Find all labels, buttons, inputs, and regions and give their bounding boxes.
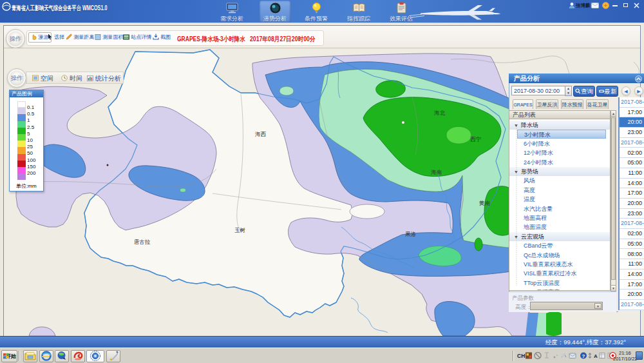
svg-text:黄南: 黄南: [478, 200, 491, 206]
svg-text:唐古拉: 唐古拉: [134, 239, 151, 245]
svg-text:?: ?: [582, 353, 585, 359]
svg-text:海北: 海北: [434, 110, 446, 116]
svg-text:A: A: [594, 353, 598, 359]
svg-text:西宁: 西宁: [470, 136, 482, 142]
svg-text:海西: 海西: [255, 131, 267, 137]
svg-text:海南: 海南: [431, 169, 442, 175]
svg-text:果洛: 果洛: [405, 231, 417, 237]
svg-text:玉树: 玉树: [234, 227, 245, 233]
